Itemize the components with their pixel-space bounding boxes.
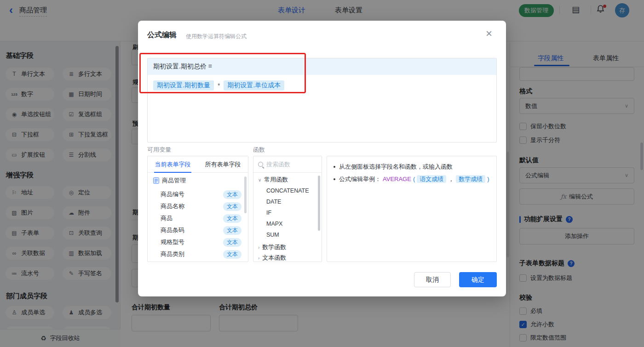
- modal-subtitle: 使用数学运算符编辑公式: [186, 33, 247, 40]
- function-date[interactable]: DATE: [266, 199, 281, 205]
- bullet-dot: [334, 178, 335, 180]
- bullet-dot: [334, 166, 335, 168]
- type-badge: 文本: [223, 190, 242, 199]
- caret-right-icon: ›: [258, 256, 259, 261]
- formula-editor-area[interactable]: 期初设置.期初总价 = 期初设置.期初数量 * 期初设置.单位成本: [147, 58, 497, 142]
- app-root: ‹ 商品管理 表单设计 表单设置 数据管理 ▤ 存 ∞ 表单外链 </> 后端脚…: [0, 0, 644, 347]
- variable-row[interactable]: 商品编号文本: [161, 188, 242, 200]
- formula-target: 期初设置.期初总价 =: [148, 58, 496, 75]
- multiply-operator: *: [218, 82, 220, 89]
- formula-editor-modal: 公式编辑 使用数学运算符编辑公式 × 期初设置.期初总价 = 期初设置.期初数量…: [138, 21, 506, 296]
- function-name-example: AVERAGE: [383, 175, 411, 183]
- tab-current-form-fields[interactable]: 当前表单字段: [148, 156, 198, 172]
- group-math-functions[interactable]: › 数学函数: [258, 243, 286, 251]
- functions-scrollbar[interactable]: [318, 176, 320, 231]
- search-icon: [258, 162, 263, 167]
- tab-all-form-fields[interactable]: 所有表单字段: [198, 156, 248, 172]
- help-line-2: 公式编辑举例：AVERAGE( 语文成绩 ， 数学成绩 ): [334, 175, 489, 183]
- example-chip: 语文成绩: [417, 175, 446, 183]
- group-text-functions[interactable]: › 文本函数: [258, 254, 286, 262]
- search-input[interactable]: [266, 161, 312, 168]
- help-panel: 从左侧面板选择字段名和函数，或输入函数 公式编辑举例：AVERAGE( 语文成绩…: [327, 156, 497, 262]
- formula-chip-cost[interactable]: 期初设置.单位成本: [224, 80, 284, 91]
- variables-panel: 当前表单字段 所有表单字段 商品管理 商品编号文本 商品名称文本 商品文本 商品…: [147, 156, 248, 262]
- function-mapx[interactable]: MAPX: [266, 221, 282, 227]
- variable-row[interactable]: 商品名称文本: [161, 200, 242, 212]
- variables-label: 可用变量: [147, 146, 171, 154]
- group-common-functions[interactable]: ∨ 常用函数: [258, 176, 288, 184]
- tree-root-form[interactable]: 商品管理: [153, 176, 186, 185]
- variables-scrollbar[interactable]: [244, 176, 247, 213]
- help-line-1: 从左侧面板选择字段名和函数，或输入函数: [334, 163, 453, 171]
- modal-title: 公式编辑: [147, 30, 177, 40]
- variable-row[interactable]: 规格型号文本: [161, 236, 242, 248]
- cancel-button[interactable]: 取消: [414, 272, 451, 287]
- example-chip: 数学成绩: [456, 175, 485, 183]
- type-badge: 文本: [223, 250, 242, 259]
- functions-panel: ∨ 常用函数 CONCATENATE DATE IF MAPX SUM › 数学…: [253, 156, 322, 262]
- form-doc-icon: [153, 177, 159, 184]
- function-if[interactable]: IF: [266, 210, 271, 216]
- formula-expression: 期初设置.期初数量 * 期初设置.单位成本: [153, 80, 284, 91]
- type-badge: 文本: [223, 202, 242, 211]
- variable-row[interactable]: 商品条码文本: [161, 224, 242, 236]
- variable-row[interactable]: 商品文本: [161, 212, 242, 224]
- type-badge: 文本: [223, 214, 242, 223]
- caret-down-icon: ∨: [258, 177, 261, 182]
- formula-chip-qty[interactable]: 期初设置.期初数量: [153, 80, 214, 91]
- caret-right-icon: ›: [258, 245, 259, 250]
- variable-row[interactable]: 商品类别文本: [161, 248, 242, 260]
- close-icon[interactable]: ×: [486, 28, 492, 39]
- function-sum[interactable]: SUM: [266, 232, 279, 238]
- function-search: [253, 156, 322, 173]
- function-concatenate[interactable]: CONCATENATE: [266, 188, 309, 194]
- functions-label: 函数: [253, 146, 265, 154]
- type-badge: 文本: [223, 238, 242, 247]
- confirm-button[interactable]: 确定: [459, 272, 497, 287]
- type-badge: 文本: [223, 226, 242, 235]
- variables-tabs: 当前表单字段 所有表单字段: [148, 156, 248, 173]
